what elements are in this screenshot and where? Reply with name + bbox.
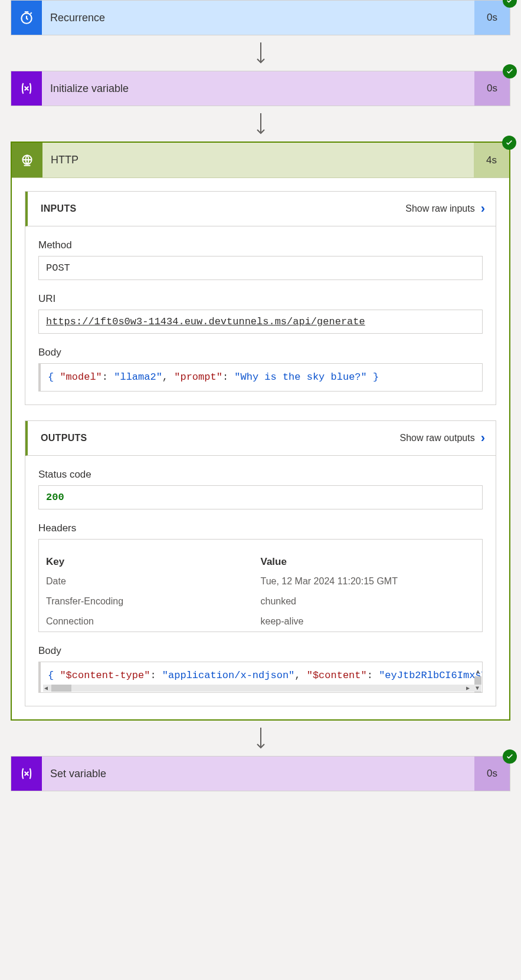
inputs-label: INPUTS [41, 203, 76, 214]
method-label: Method [38, 239, 483, 251]
show-raw-inputs-button[interactable]: Show raw inputs › [405, 201, 485, 216]
header-key-col: Key [46, 556, 261, 568]
step-recurrence[interactable]: Recurrence 0s [11, 0, 510, 35]
table-row: Date Tue, 12 Mar 2024 11:20:15 GMT [39, 571, 482, 591]
table-row: Transfer-Encoding chunked [39, 591, 482, 611]
body-label: Body [38, 347, 483, 359]
outputs-body-label: Body [38, 645, 483, 657]
header-value-col: Value [261, 556, 476, 568]
outputs-section: OUTPUTS Show raw outputs › Status code 2… [25, 420, 496, 707]
success-badge-icon [503, 64, 517, 78]
outputs-body-json[interactable]: { "$content-type": "application/x-ndjson… [38, 662, 483, 693]
arrow-down-icon [11, 721, 510, 756]
arrow-down-icon [11, 35, 510, 71]
variable-icon [11, 757, 42, 791]
scrollbar-horizontal[interactable] [43, 685, 481, 692]
clock-icon [11, 1, 42, 35]
uri-label: URI [38, 293, 483, 305]
method-value: POST [38, 256, 483, 280]
step-initialize-variable[interactable]: Initialize variable 0s [11, 71, 510, 106]
step-title: HTTP [42, 143, 474, 177]
variable-icon [11, 71, 42, 106]
success-badge-icon [502, 136, 516, 150]
table-row: Connection keep-alive [39, 611, 482, 632]
step-http-header[interactable]: HTTP 4s [12, 143, 509, 178]
show-raw-outputs-button[interactable]: Show raw outputs › [399, 430, 485, 446]
uri-value: https://1ft0s0w3-11434.euw.devtunnels.ms… [38, 310, 483, 334]
step-title: Set variable [42, 757, 474, 791]
headers-label: Headers [38, 522, 483, 534]
outputs-label: OUTPUTS [41, 433, 87, 443]
headers-table: Key Value Date Tue, 12 Mar 2024 11:20:15… [38, 539, 483, 632]
status-code-value: 200 [38, 485, 483, 509]
step-set-variable[interactable]: Set variable 0s [11, 756, 510, 791]
success-badge-icon [503, 749, 517, 764]
globe-icon [12, 143, 42, 177]
chevron-right-icon: › [481, 430, 485, 446]
step-http-expanded: HTTP 4s INPUTS Show raw inputs › Method … [11, 142, 510, 721]
chevron-right-icon: › [481, 201, 485, 216]
status-code-label: Status code [38, 469, 483, 481]
inputs-section: INPUTS Show raw inputs › Method POST URI… [25, 191, 496, 405]
step-title: Recurrence [42, 1, 474, 35]
arrow-down-icon [11, 106, 510, 142]
inputs-body-json: { "model": "llama2", "prompt": "Why is t… [38, 363, 483, 392]
step-title: Initialize variable [42, 71, 474, 106]
